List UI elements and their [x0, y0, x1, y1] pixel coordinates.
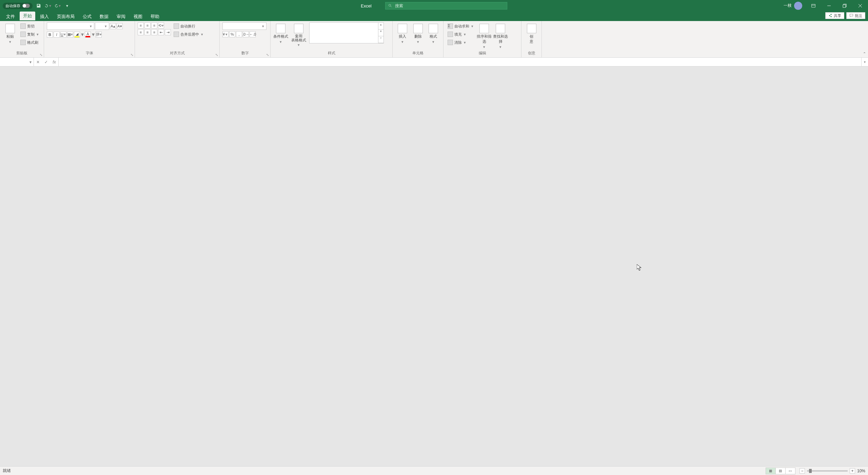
tab-data[interactable]: 数据 — [96, 12, 112, 21]
align-center-button[interactable]: ≡ — [144, 29, 151, 35]
comments-button[interactable]: 批注 — [846, 12, 865, 19]
format-cells-button[interactable]: 格式▾ — [426, 22, 440, 44]
comma-style-button[interactable]: , — [236, 31, 242, 37]
sort-filter-button[interactable]: 排序和筛选▾ — [477, 22, 492, 49]
percent-button[interactable]: % — [229, 31, 235, 37]
collapse-ribbon-button[interactable]: ⌃ — [863, 52, 866, 56]
gallery-down-button[interactable]: ▾ — [378, 30, 383, 36]
bold-button[interactable]: B — [47, 32, 53, 38]
zoom-in-button[interactable]: + — [850, 468, 855, 474]
autosum-button[interactable]: Σ自动求和▾ — [446, 22, 475, 30]
merge-label: 合并后居中 — [180, 32, 199, 37]
zoom-slider[interactable] — [807, 470, 848, 472]
merge-center-button[interactable]: 合并后居中▾ — [172, 31, 205, 38]
view-normal-button[interactable]: ▦ — [766, 468, 776, 474]
cut-button[interactable]: 剪切 — [19, 22, 41, 30]
enter-formula-button[interactable]: ✓ — [42, 60, 50, 64]
restore-button[interactable] — [837, 0, 852, 12]
share-button[interactable]: 共享 — [825, 12, 844, 19]
chevron-down-icon[interactable]: ▾ — [92, 31, 95, 38]
table-format-icon — [294, 24, 303, 33]
zoom-out-button[interactable]: − — [800, 468, 805, 474]
underline-button[interactable]: U▾ — [60, 32, 66, 38]
name-box[interactable]: ▾ — [0, 58, 34, 66]
worksheet-area[interactable] — [0, 66, 868, 466]
tab-page-layout[interactable]: 页面布局 — [54, 12, 78, 21]
tab-home[interactable]: 开始 — [20, 12, 35, 21]
align-bottom-icon: ≡ — [153, 23, 155, 27]
find-select-button[interactable]: 查找和选择▾ — [493, 22, 508, 49]
redo-icon — [54, 3, 58, 8]
cell-styles-gallery[interactable]: ▴ ▾ ▿ — [309, 22, 384, 43]
borders-button[interactable]: ▦▾ — [67, 32, 73, 38]
format-painter-button[interactable]: 格式刷 — [19, 39, 41, 46]
account-button[interactable]: 一枝 — [780, 2, 806, 10]
qat-customize-button[interactable]: ▾ — [64, 2, 71, 9]
paste-button[interactable]: 粘贴 ▾ — [3, 22, 18, 44]
accounting-format-button[interactable]: ¥▾ — [222, 31, 229, 37]
wrap-text-button[interactable]: 自动换行 — [172, 22, 205, 30]
dialog-launcher[interactable]: ⤡ — [40, 53, 42, 57]
dialog-launcher[interactable]: ⤡ — [131, 53, 133, 57]
delete-cells-button[interactable]: 删除▾ — [411, 22, 425, 44]
gallery-up-button[interactable]: ▴ — [378, 23, 383, 30]
fill-color-button[interactable]: ◢ — [74, 32, 80, 38]
cancel-formula-button[interactable]: ✕ — [34, 60, 42, 64]
ideas-button[interactable]: 创 意 — [524, 22, 539, 44]
zoom-percent[interactable]: 10% — [857, 469, 865, 473]
copy-button[interactable]: 复制▾ — [19, 31, 41, 38]
expand-formula-bar-button[interactable]: ▾ — [861, 58, 868, 66]
tab-help[interactable]: 帮助 — [147, 12, 163, 21]
view-page-break-button[interactable]: ▭ — [785, 468, 795, 474]
font-color-button[interactable]: A — [85, 32, 91, 38]
tab-formulas[interactable]: 公式 — [79, 12, 95, 21]
number-format-combo[interactable]: ▾ — [222, 22, 267, 30]
chevron-down-icon[interactable]: ▾ — [81, 31, 84, 38]
align-top-icon: ≡ — [140, 23, 142, 27]
formula-input[interactable] — [59, 58, 861, 66]
tab-insert[interactable]: 插入 — [37, 12, 52, 21]
format-as-table-button[interactable]: 套用 表格格式 ▾ — [290, 22, 308, 47]
font-name-combo[interactable]: ▾ — [47, 22, 94, 30]
zoom-thumb[interactable] — [809, 469, 812, 473]
chevron-down-icon: ▾ — [463, 32, 467, 37]
grow-font-button[interactable]: A▴ — [110, 23, 116, 29]
align-top-button[interactable]: ≡ — [138, 22, 144, 28]
save-icon — [36, 3, 41, 8]
shrink-font-button[interactable]: A▾ — [117, 23, 123, 29]
align-bottom-button[interactable]: ≡ — [151, 22, 157, 28]
close-button[interactable] — [852, 0, 868, 12]
fill-button[interactable]: 填充▾ — [446, 31, 475, 38]
orientation-button[interactable]: ⟲▾ — [158, 22, 164, 28]
insert-function-button[interactable]: fx — [50, 60, 58, 64]
undo-button[interactable]: ▾ — [45, 2, 52, 9]
tab-review[interactable]: 审阅 — [113, 12, 129, 21]
conditional-formatting-button[interactable]: 条件格式 ▾ — [273, 22, 288, 44]
align-middle-button[interactable]: ≡ — [144, 22, 151, 28]
minimize-button[interactable] — [821, 0, 837, 12]
save-button[interactable] — [35, 2, 42, 9]
search-input[interactable]: 搜索 — [385, 2, 507, 10]
increase-indent-button[interactable]: ⇥ — [165, 29, 171, 35]
font-size-combo[interactable]: ▾ — [95, 22, 109, 30]
wrap-label: 自动换行 — [180, 24, 195, 29]
dialog-launcher[interactable]: ⤡ — [266, 53, 269, 57]
insert-cells-button[interactable]: 插入▾ — [395, 22, 410, 44]
increase-decimal-button[interactable]: .0→ — [243, 31, 249, 37]
view-page-layout-button[interactable]: ▤ — [775, 468, 786, 474]
decrease-decimal-button[interactable]: ←.0 — [250, 31, 256, 37]
align-left-button[interactable]: ≡ — [138, 29, 144, 35]
group-label: 对齐方式 — [170, 51, 185, 55]
ribbon-display-options[interactable] — [806, 0, 821, 12]
italic-button[interactable]: I — [54, 32, 60, 38]
redo-button[interactable]: ▾ — [54, 2, 61, 9]
tab-view[interactable]: 视图 — [130, 12, 146, 21]
gallery-more-button[interactable]: ▿ — [378, 36, 383, 43]
clear-button[interactable]: 清除▾ — [446, 39, 475, 46]
dialog-launcher[interactable]: ⤡ — [215, 53, 218, 57]
autosave-toggle[interactable]: 自动保存 — [3, 3, 33, 9]
phonetic-button[interactable]: 拼▾ — [96, 32, 102, 38]
tab-file[interactable]: 文件 — [3, 12, 18, 21]
align-right-button[interactable]: ≡ — [151, 29, 157, 35]
decrease-indent-button[interactable]: ⇤ — [158, 29, 164, 35]
